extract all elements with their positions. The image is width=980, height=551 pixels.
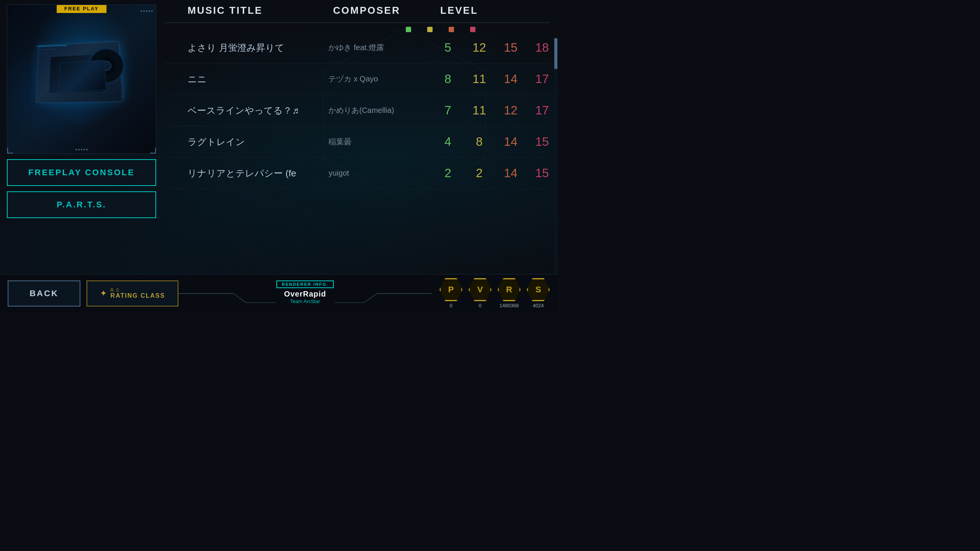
- badge-score-r: 1480368: [500, 303, 519, 308]
- level-easy: 8: [440, 72, 456, 86]
- song-title: ベースラインやってる？♬: [188, 104, 328, 117]
- freeplay-console-button[interactable]: FREEPLAY CONSOLE: [7, 159, 156, 186]
- badge-hex-v: V: [469, 278, 492, 301]
- song-row[interactable]: ラグトレイン 稲葉曇 4 8 14 15: [165, 126, 550, 158]
- level-expert: 17: [534, 103, 550, 117]
- svg-line-3: [233, 293, 246, 303]
- song-title: リナリアとテレパシー (fe: [188, 167, 328, 179]
- renderer-badge: RENDERER INFO.: [276, 280, 334, 288]
- level-dot-normal: [427, 27, 433, 32]
- badge-score-p: 0: [449, 303, 452, 308]
- song-composer: 稲葉曇: [328, 137, 433, 147]
- col-composer: COMPOSER: [333, 5, 440, 16]
- song-row[interactable]: リナリアとテレパシー (fe yuigot 2 2 14 15: [165, 158, 550, 189]
- badge-score-s: 4024: [533, 303, 544, 308]
- score-badge-s: S 4024: [527, 278, 550, 308]
- level-normal: 11: [472, 72, 487, 86]
- score-badge-r: R 1480368: [498, 278, 521, 308]
- level-normal: 8: [472, 135, 487, 149]
- corner-dots: [140, 10, 153, 12]
- rating-text: R.C RATING CLASS: [111, 288, 165, 299]
- album-art-container: FREE PLAY: [7, 5, 156, 154]
- back-label: BACK: [29, 289, 59, 298]
- center-connector: RENDERER INFO. OverRapid Team ArcStar: [178, 280, 432, 306]
- col-music-title: MUSIC TITLE: [188, 5, 333, 16]
- badge-hex-s: S: [527, 278, 550, 301]
- song-row[interactable]: よさり 月蛍澄み昇りて かゆき feat.燈露 5 12 15 18: [165, 32, 550, 64]
- svg-line-6: [364, 293, 377, 303]
- level-expert: 17: [534, 72, 550, 86]
- song-row[interactable]: ベースラインやってる？♬ かめりあ(Camellia) 7 11 12 17: [165, 95, 550, 126]
- level-expert: 15: [534, 166, 550, 180]
- badge-letter-v: V: [477, 285, 483, 295]
- song-list: よさり 月蛍澄み昇りて かゆき feat.燈露 5 12 15 18 ニニ テヅ…: [165, 32, 550, 189]
- badge-hex-r: R: [498, 278, 521, 301]
- song-composer: yuigot: [328, 169, 433, 178]
- rating-class-button[interactable]: ✦ R.C RATING CLASS: [87, 280, 178, 306]
- badge-letter-p: P: [448, 285, 454, 295]
- table-header: MUSIC TITLE COMPOSER LEVEL: [165, 5, 550, 23]
- song-composer: かめりあ(Camellia): [328, 105, 433, 116]
- bottom-bar: BACK ✦ R.C RATING CLASS RENDERER INFO. O…: [0, 274, 557, 312]
- level-normal: 12: [472, 41, 487, 55]
- level-indicators: [165, 27, 550, 32]
- level-normal: 2: [472, 166, 487, 180]
- level-dot-hard: [449, 27, 454, 32]
- song-title: よさり 月蛍澄み昇りて: [188, 42, 328, 54]
- song-levels: 7 11 12 17: [440, 103, 550, 117]
- badge-letter-r: R: [506, 285, 512, 295]
- right-panel: MUSIC TITLE COMPOSER LEVEL よさり 月蛍澄み昇りて か…: [165, 5, 550, 285]
- renderer-name: OverRapid: [276, 290, 334, 298]
- song-levels: 2 2 14 15: [440, 166, 550, 180]
- album-art-inner: [7, 5, 156, 153]
- score-badge-p: P 0: [439, 278, 462, 308]
- rating-label: R.C: [111, 288, 120, 292]
- score-badge-v: V 0: [469, 278, 492, 308]
- song-composer: テヅカ x Qayo: [328, 74, 433, 84]
- badge-hex-p: P: [439, 278, 462, 301]
- col-level: LEVEL: [440, 5, 550, 16]
- level-dot-expert: [470, 27, 475, 32]
- art-shape: [28, 37, 135, 121]
- level-hard: 15: [503, 41, 518, 55]
- back-button[interactable]: BACK: [8, 280, 80, 306]
- level-easy: 7: [440, 103, 456, 117]
- rating-icon: ✦: [100, 289, 107, 298]
- score-section: P 0 V 0 R 1480368 S 4024: [439, 278, 550, 308]
- level-expert: 18: [534, 41, 550, 55]
- parts-button[interactable]: P.A.R.T.S.: [7, 191, 156, 218]
- level-hard: 14: [503, 166, 518, 180]
- left-panel: FREE PLAY FREEPLAY: [7, 5, 156, 218]
- free-play-badge: FREE PLAY: [57, 5, 106, 13]
- scrollbar[interactable]: [554, 38, 557, 285]
- badge-score-v: 0: [479, 303, 481, 308]
- renderer-team: Team ArcStar: [276, 298, 334, 304]
- level-easy: 2: [440, 166, 456, 180]
- renderer-info: RENDERER INFO. OverRapid Team ArcStar: [276, 280, 334, 304]
- level-hard: 14: [503, 135, 518, 149]
- level-easy: 4: [440, 135, 456, 149]
- song-levels: 8 11 14 17: [440, 72, 550, 86]
- level-hard: 14: [503, 72, 518, 86]
- song-levels: 5 12 15 18: [440, 41, 550, 55]
- song-composer: かゆき feat.燈露: [328, 42, 433, 53]
- level-dot-easy: [406, 27, 411, 32]
- corner-bracket: [7, 148, 13, 153]
- badge-letter-s: S: [536, 285, 541, 295]
- song-title: ニニ: [188, 73, 328, 85]
- scrollbar-thumb[interactable]: [554, 38, 557, 69]
- song-levels: 4 8 14 15: [440, 135, 550, 149]
- freeplay-console-label: FREEPLAY CONSOLE: [28, 168, 135, 178]
- corner-bracket-right: [150, 148, 156, 153]
- level-hard: 12: [503, 103, 518, 117]
- level-expert: 15: [534, 135, 550, 149]
- level-normal: 11: [472, 103, 487, 117]
- parts-label: P.A.R.T.S.: [57, 200, 106, 210]
- song-title: ラグトレイン: [188, 136, 328, 148]
- rating-class-text: RATING CLASS: [111, 292, 165, 299]
- bottom-dots: [75, 149, 88, 150]
- song-row[interactable]: ニニ テヅカ x Qayo 8 11 14 17: [165, 64, 550, 95]
- level-easy: 5: [440, 41, 456, 55]
